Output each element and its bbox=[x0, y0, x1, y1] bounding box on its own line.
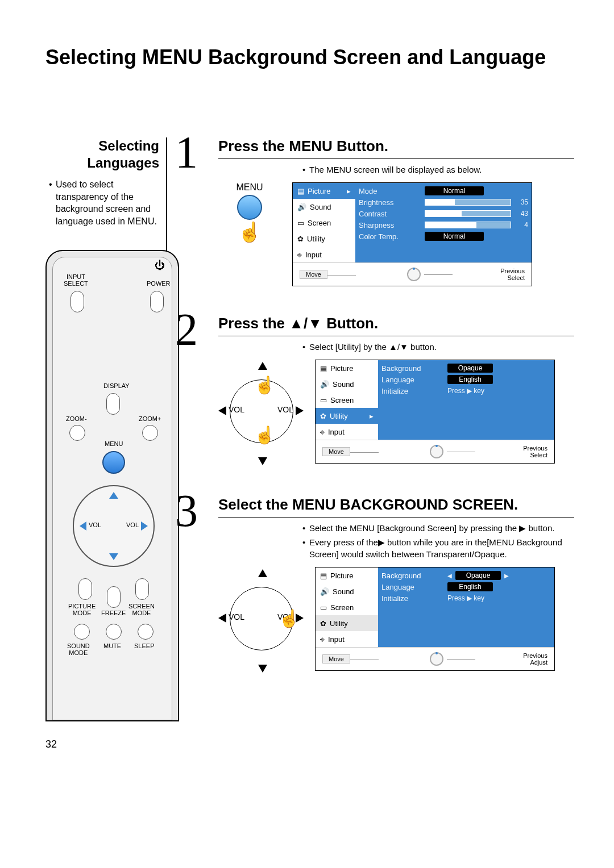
remote-sleep-label: SLEEP bbox=[134, 643, 154, 650]
dpad-illustration-step3: VOL VOL ☝ bbox=[218, 567, 304, 675]
osd3-tab-screen: ▭Screen bbox=[316, 599, 378, 615]
osd1-sharpness-value: 4 bbox=[515, 221, 528, 229]
osd2-tab-input: ⎆Input bbox=[316, 424, 378, 440]
dpad-vol-right: VOL bbox=[277, 405, 293, 414]
page-number: 32 bbox=[45, 738, 574, 750]
osd1-contrast-label: Contrast bbox=[359, 210, 421, 218]
remote-display-label: DISPLAY bbox=[103, 383, 130, 390]
osd2-initialize-label: Initialize bbox=[381, 387, 444, 395]
subtitle-line1: Selecting bbox=[98, 138, 159, 153]
osd1-tab-input: ⎆Input bbox=[293, 247, 355, 262]
step1-title: Press the MENU Button. bbox=[218, 137, 574, 159]
input-icon: ⎆ bbox=[320, 635, 325, 644]
osd3-language-label: Language bbox=[381, 583, 444, 591]
picture-icon: ▤ bbox=[297, 187, 304, 195]
right-column: 1 Press the MENU Button. The MENU screen… bbox=[175, 137, 574, 721]
knob-icon bbox=[430, 445, 443, 458]
osd2-language-value: English bbox=[447, 375, 493, 384]
osd-footer-previous: Previous bbox=[500, 268, 525, 274]
remote-vol-left-label: VOL bbox=[89, 521, 101, 528]
left-description: Used to select transparency of the backg… bbox=[45, 178, 159, 227]
osd-panel-3: ▤Picture 🔊Sound ▭Screen ✿Utility ⎆Input … bbox=[315, 567, 555, 671]
remote-zoom-minus-label: ZOOM- bbox=[66, 416, 87, 423]
osd2-language-label: Language bbox=[381, 375, 444, 384]
picture-icon: ▤ bbox=[320, 571, 327, 580]
remote-input-select-label: INPUT SELECT bbox=[64, 274, 88, 287]
osd1-tab-picture: ▤Picture▸ bbox=[293, 183, 355, 199]
osd-footer-adjust: Adjust bbox=[530, 659, 547, 666]
osd2-tab-utility: ✿Utility▸ bbox=[316, 408, 378, 424]
osd-footer-move: Move bbox=[322, 447, 350, 456]
osd3-background-label: Background bbox=[381, 571, 444, 580]
osd2-background-label: Background bbox=[381, 364, 444, 373]
dpad-left-icon bbox=[218, 614, 226, 623]
osd-footer-select: Select bbox=[507, 274, 525, 281]
osd1-mode-value: Normal bbox=[425, 186, 484, 195]
osd3-footer: Move PreviousAdjust bbox=[316, 647, 554, 670]
menu-round-button-icon bbox=[237, 195, 262, 220]
dpad-vol-left: VOL bbox=[229, 405, 244, 414]
step-3: 3 Select the MENU BACKGROUND SCREEN. Sel… bbox=[175, 496, 574, 675]
osd3-initialize-value: Press ▶ key bbox=[447, 594, 484, 602]
dpad-right-icon bbox=[296, 406, 304, 415]
step3-bullet1: Select the MENU [Background Screen] by p… bbox=[302, 522, 574, 534]
remote-nav-down-icon bbox=[109, 553, 118, 560]
screen-icon: ▭ bbox=[297, 219, 304, 227]
osd1-sharpness-bar bbox=[425, 222, 511, 228]
input-icon: ⎆ bbox=[297, 251, 302, 259]
osd1-brightness-bar bbox=[425, 199, 511, 206]
osd3-background-value: Opaque bbox=[455, 571, 501, 580]
hand-pointer-icon: ☝ bbox=[279, 610, 300, 627]
step3-title: Select the MENU BACKGROUND SCREEN. bbox=[218, 496, 574, 518]
picture-icon: ▤ bbox=[320, 364, 327, 373]
step2-title: Press the ▲/▼ Button. bbox=[218, 315, 574, 336]
menu-press-label: MENU bbox=[218, 182, 281, 193]
dpad-down-icon bbox=[258, 665, 267, 673]
remote-nav-right-icon bbox=[141, 521, 148, 531]
subtitle-line2: Languages bbox=[87, 155, 159, 170]
osd1-colortemp-value: Normal bbox=[425, 232, 484, 241]
step1-bullet1: The MENU screen will be displayed as bel… bbox=[302, 164, 574, 176]
remote-nav-ring: VOL VOL bbox=[73, 485, 155, 567]
osd1-tab-sound: 🔊Sound bbox=[293, 199, 355, 215]
osd2-tab-picture: ▤Picture bbox=[316, 360, 378, 376]
content-columns: Selecting Languages Used to select trans… bbox=[45, 137, 574, 721]
step2-bullet1: Select [Utility] by the ▲/▼ button. bbox=[302, 341, 574, 353]
sound-icon: 🔊 bbox=[297, 203, 306, 211]
osd-panel-2: ▤Picture 🔊Sound ▭Screen ✿Utility▸ ⎆Input… bbox=[315, 360, 555, 464]
step3-number: 3 bbox=[175, 493, 209, 675]
osd3-tab-sound: 🔊Sound bbox=[316, 583, 378, 599]
screen-icon: ▭ bbox=[320, 603, 327, 612]
remote-nav-up-icon bbox=[109, 492, 118, 499]
remote-input-select-button bbox=[70, 291, 84, 312]
sound-icon: 🔊 bbox=[320, 587, 329, 596]
remote-freeze-label: FREEZE bbox=[101, 610, 126, 617]
dpad-up-icon bbox=[258, 569, 267, 577]
remote-power-button bbox=[150, 291, 164, 312]
hand-pointer-icon: ☝ bbox=[218, 222, 281, 241]
osd-footer-previous: Previous bbox=[523, 652, 547, 659]
osd1-brightness-label: Brightness bbox=[359, 198, 421, 207]
osd-footer-previous: Previous bbox=[523, 445, 547, 452]
osd-footer-move: Move bbox=[300, 270, 327, 279]
osd3-tab-input: ⎆Input bbox=[316, 631, 378, 647]
osd3-tab-picture: ▤Picture bbox=[316, 567, 378, 583]
dpad-up-icon bbox=[258, 362, 267, 370]
osd1-contrast-bar bbox=[425, 210, 511, 217]
utility-icon: ✿ bbox=[297, 235, 304, 243]
dpad-down-icon bbox=[258, 457, 267, 465]
remote-menu-label: MENU bbox=[105, 441, 123, 448]
step2-number: 2 bbox=[175, 311, 209, 468]
osd2-footer: Move PreviousSelect bbox=[316, 440, 554, 463]
step1-number: 1 bbox=[175, 134, 209, 286]
input-icon: ⎆ bbox=[320, 428, 325, 436]
remote-screenmode-button bbox=[135, 578, 149, 600]
utility-icon: ✿ bbox=[320, 619, 326, 628]
sound-icon: 🔊 bbox=[320, 380, 329, 389]
osd-footer-select: Select bbox=[530, 452, 547, 458]
osd1-tab-utility: ✿Utility bbox=[293, 231, 355, 247]
page-title: Selecting MENU Background Screen and Lan… bbox=[45, 45, 574, 69]
remote-sound-mode-label: SOUND MODE bbox=[67, 643, 90, 656]
knob-icon bbox=[407, 268, 421, 281]
dpad-vol-left: VOL bbox=[229, 612, 244, 621]
